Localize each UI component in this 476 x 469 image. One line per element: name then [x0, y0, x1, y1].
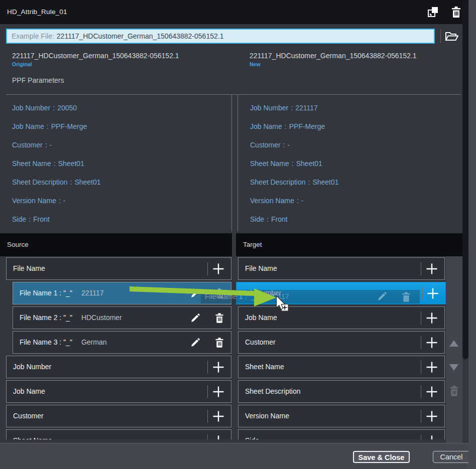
edit-icon[interactable] [190, 312, 201, 324]
row-value: German [81, 338, 107, 346]
row-label: Job Name [245, 314, 277, 322]
dialog-scrollbar-thumb[interactable] [462, 3, 468, 359]
divider [422, 287, 422, 300]
row-label: Sheet Name [245, 363, 284, 371]
row-label: File Name [245, 264, 277, 272]
add-icon[interactable] [212, 386, 224, 398]
divider [421, 336, 421, 349]
add-icon[interactable] [426, 435, 438, 439]
edit-icon[interactable] [190, 337, 201, 348]
attribute-row[interactable]: File Name 3 : "_"German [13, 331, 231, 354]
attribute-row[interactable]: Version Name [238, 405, 445, 427]
add-icon[interactable] [212, 263, 224, 275]
divider [440, 29, 441, 43]
delete-icon[interactable] [450, 6, 462, 19]
edit-icon[interactable] [190, 288, 201, 299]
original-tag: Original [12, 61, 32, 67]
attribute-row[interactable]: Sheet Description [238, 380, 445, 403]
attribute-row[interactable]: Customer [238, 331, 445, 354]
new-file-name: 221117_HDCustomer_German_150643882-05615… [250, 52, 417, 60]
attribute-row[interactable]: Job Number [236, 282, 446, 304]
divider [207, 361, 208, 374]
source-attribute-list: File Name [6, 257, 231, 439]
add-icon[interactable] [426, 263, 438, 275]
divider [207, 410, 208, 423]
row-label: Job Name [13, 387, 45, 395]
attribute-row[interactable]: File Name 2 : "_"HDCustomer [13, 306, 231, 329]
ppf-parameter: Job Name:PPF-Merge [250, 119, 466, 133]
attribute-row[interactable]: File Name [6, 257, 231, 280]
ppf-parameter: Customer:- [250, 138, 466, 152]
attribute-row[interactable]: Job Number [6, 356, 231, 378]
ppf-parameters-original: Job Number:20050 Job Name:PPF-Merge Cust… [12, 101, 228, 231]
add-icon[interactable] [212, 361, 224, 373]
attribute-row[interactable]: File Name 1 : "_"221117 [13, 282, 231, 304]
attribute-row[interactable]: Sheet Name [238, 356, 445, 378]
attribute-row[interactable]: Side [238, 429, 445, 439]
ppf-parameter: Sheet Description:Sheet01 [12, 175, 228, 189]
column-divider [237, 95, 238, 231]
divider [421, 262, 421, 275]
divider [421, 385, 421, 398]
target-attribute-list: File Name Job Number [238, 257, 445, 439]
row-label: File Name 2 : "_" [20, 314, 72, 322]
ppf-parameter: Sheet Name:Sheet01 [12, 157, 228, 171]
ppf-parameter: Version Name:- [12, 194, 228, 208]
row-label: Customer [245, 338, 276, 346]
ppf-parameter: Job Number:221117 [250, 101, 466, 115]
ppf-parameter: Side:Front [12, 212, 228, 226]
divider [421, 410, 421, 423]
row-label: File Name 3 : "_" [20, 338, 72, 346]
attribute-lists-region: File Name [0, 256, 468, 439]
duplicate-icon[interactable] [427, 6, 439, 19]
divider [421, 361, 421, 374]
add-icon[interactable] [426, 337, 438, 349]
attribute-row[interactable]: Job Name [238, 306, 445, 329]
add-icon[interactable] [426, 386, 438, 398]
attribute-row[interactable]: Sheet Name [6, 429, 231, 439]
add-icon[interactable] [212, 410, 224, 422]
divider [207, 385, 208, 398]
attribute-row[interactable]: Job Name [6, 380, 231, 403]
ppf-parameter: Customer:- [12, 138, 228, 152]
divider [207, 434, 208, 439]
row-label: Job Number [13, 363, 51, 371]
dialog-scrollbar-track[interactable] [468, 0, 476, 469]
row-label: File Name 1 : "_" [20, 289, 72, 297]
title-bar: HD_Attrib_Rule_01 [0, 0, 476, 24]
attribute-rule-dialog: HD_Attrib_Rule_01 Example File:221117_HD… [0, 0, 476, 469]
row-label: Sheet Name [13, 436, 52, 439]
target-header: Target [236, 233, 462, 256]
original-file-name: 221117_HDCustomer_German_150643882-05615… [12, 52, 179, 60]
example-file-label: Example File: [12, 32, 54, 40]
cancel-button[interactable]: Cancel [433, 451, 470, 463]
example-file-input[interactable]: Example File:221117_HDCustomer_German_15… [6, 29, 435, 44]
add-icon[interactable] [427, 287, 439, 299]
row-label: Version Name [245, 412, 289, 420]
attribute-row[interactable]: Customer [6, 405, 231, 427]
save-close-button[interactable]: Save & Close [353, 451, 410, 463]
example-file-value: 221117_HDCustomer_German_150643882-05615… [57, 32, 224, 40]
add-icon[interactable] [426, 361, 438, 373]
dialog-title: HD_Attrib_Rule_01 [7, 0, 67, 24]
folder-open-icon[interactable] [445, 30, 458, 42]
delete-icon[interactable] [214, 337, 225, 349]
ppf-parameter: Sheet Description:Sheet01 [250, 175, 466, 189]
row-label: Customer [13, 412, 44, 420]
delete-icon[interactable] [214, 287, 225, 299]
ppf-parameters-new: Job Number:221117 Job Name:PPF-Merge Cus… [250, 101, 466, 231]
ppf-parameters-heading: PPF Parameters [12, 76, 64, 84]
row-value: HDCustomer [81, 314, 122, 322]
add-icon[interactable] [212, 435, 224, 439]
ppf-parameter: Job Number:20050 [12, 101, 228, 115]
source-header: Source [0, 233, 232, 256]
ppf-parameter: Sheet Name:Sheet01 [250, 157, 466, 171]
delete-icon[interactable] [214, 312, 225, 324]
divider [207, 262, 208, 275]
row-value: 221117 [81, 289, 104, 297]
add-icon[interactable] [426, 312, 438, 324]
add-icon[interactable] [426, 410, 438, 422]
attribute-row[interactable]: File Name [238, 257, 445, 280]
row-label: Job Number [243, 289, 281, 297]
ppf-parameter: Version Name:- [250, 194, 466, 208]
